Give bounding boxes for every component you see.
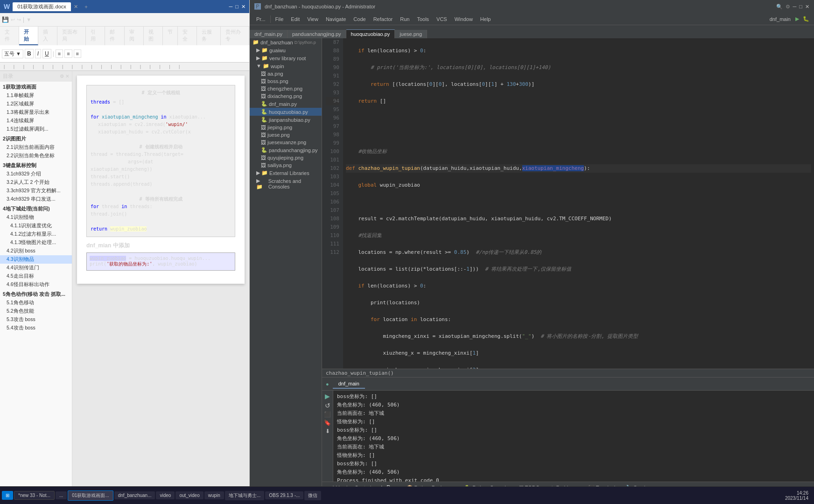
taskbar-item-out-video[interactable]: out_video [175,491,203,499]
menu-file[interactable]: File [272,15,288,23]
toc-item-5-4[interactable]: 5.4攻击 boss [0,324,72,332]
ribbon-tab-file[interactable]: 文件 [0,27,19,45]
pycharm-close-btn[interactable]: ✕ [805,4,809,10]
word-align-right[interactable]: ≡ [74,49,81,58]
ribbon-tab-review[interactable]: 审阅 [125,27,144,45]
tree-item-panduan[interactable]: 🐍 panduanchangjing.py [250,146,322,154]
menu-edit[interactable]: Edit [287,15,303,23]
tree-item-sailiya[interactable]: 🖼 sailiya.png [250,161,322,169]
toc-item-4-4[interactable]: 4.4识别传送门 [0,264,72,272]
run-play-btn[interactable]: ▶ [325,392,330,400]
ribbon-tab-section[interactable]: 节 [163,27,178,45]
tree-item-jianpan[interactable]: 🐍 jianpanshubiao.py [250,116,322,124]
tab-panduanchangjing[interactable]: panduanchangjing.py [288,30,346,38]
toc-item-3-4[interactable]: 3.4ch9329 串口发送... [0,195,72,203]
taskbar-item-video[interactable]: video [156,491,175,499]
menu-view[interactable]: View [303,15,322,23]
toc-item-2[interactable]: 2识图图片 [0,135,72,143]
tree-item-dixiacheng[interactable]: 🖼 dixiacheng.png [250,92,322,100]
word-max-btn[interactable]: □ [235,4,239,10]
toc-item-1-4[interactable]: 1.4连续截屏 [0,117,72,125]
menu-project-icon[interactable]: Pr... [253,15,269,23]
debug-btn[interactable]: 🐛 [801,16,811,22]
toc-item-2-2[interactable]: 2.2识别当前角色坐标 [0,152,72,160]
run-bookmark-btn[interactable]: 🔖 [324,420,331,426]
taskbar-item-pycharm[interactable]: dnf_banzhuan... [114,491,155,499]
menu-refactor[interactable]: Refactor [370,15,397,23]
taskbar-item-2[interactable]: ... [56,491,67,499]
toc-item-5[interactable]: 5角色动作(移动 攻击 抓取... [0,290,72,299]
tree-item-aa[interactable]: 🖼 aa.png [250,70,322,77]
taskbar-item-obs[interactable]: OBS 29.1.3 -... [265,491,303,499]
toc-item-4-1-1[interactable]: 4.1.1识别速度优化 [0,222,72,230]
toc-item-3-2[interactable]: 3.2从人工 2 个开始 [0,178,72,187]
tree-item-juese[interactable]: 🖼 juese.png [250,131,322,139]
start-btn[interactable]: ⊞ [2,491,13,500]
toc-item-4-1-2[interactable]: 4.1.2过滤方框显示... [0,230,72,238]
ribbon-tab-guizhou[interactable]: 贵州办专 [221,27,249,45]
menu-code[interactable]: Code [350,15,369,23]
tree-item-chengzhen[interactable]: 🖼 chengzhen.png [250,85,322,92]
pycharm-max-btn[interactable]: □ [799,4,802,9]
run-tab-main[interactable]: dnf_main [333,379,365,389]
menu-run[interactable]: Run [396,15,413,23]
toc-item-4-1-3[interactable]: 4.1.3怪物图片处理... [0,238,72,247]
toc-item-2-1[interactable]: 2.1识别当前画面内容 [0,143,72,152]
word-align-left[interactable]: ≡ [56,49,63,58]
taskbar-item-wupin[interactable]: wupin [204,491,224,499]
ribbon-tab-home[interactable]: 开始 [19,27,38,45]
taskbar-item-word[interactable]: 01获取游戏画面... [68,490,113,501]
run-stop-btn[interactable]: ⬛ [324,411,331,418]
tree-item-external-libs[interactable]: ▶ 📁 External Libraries [250,169,322,177]
tree-item-huoqu[interactable]: 🐍 huoquzuobiao.py [250,108,322,116]
toc-item-5-3[interactable]: 5.3攻击 boss [0,315,72,324]
word-close-window-btn[interactable]: ✕ [241,4,246,10]
tree-item-juesexuanze[interactable]: 🖼 juesexuanze.png [250,139,322,146]
ribbon-tab-mail[interactable]: 邮件 [105,27,124,45]
toc-item-5-1[interactable]: 5.1角色移动 [0,299,72,307]
pycharm-settings-icon[interactable]: ⚙ [786,4,790,10]
word-close-btn[interactable]: ✕ [74,4,78,10]
toc-item-1-2[interactable]: 1.2区域截屏 [0,100,72,108]
code-content[interactable]: if len(locations) > 0: # print('当前坐标为:',… [343,38,814,369]
toc-item-4-3[interactable]: 4.3识别物品 [0,255,72,264]
word-add-tab-btn[interactable]: ＋ [84,3,89,10]
taskbar-item-dnf[interactable]: 地下城与勇士... [225,491,264,500]
run-rerun-btn[interactable]: ↺ [325,402,330,409]
word-redo-icon[interactable]: ↪ [17,17,21,23]
word-italic-btn[interactable]: I [35,49,41,58]
toc-item-3[interactable]: 3键盘鼠标控制 [0,161,72,170]
pycharm-search-icon[interactable]: 🔍 [776,4,783,10]
pycharm-min-btn[interactable]: ─ [793,4,797,9]
tree-item-wupin[interactable]: ▼ 📁 wupin [250,62,322,70]
toc-settings-icon[interactable]: ⚙ ✕ [60,74,69,79]
menu-navigate[interactable]: Navigate [322,15,350,23]
code-editor[interactable]: 87 88 89 90 91 92 93 94 95 96 97 98 99 1… [322,38,814,369]
ribbon-tab-layout[interactable]: 页面布局 [57,27,86,45]
toc-item-4-1[interactable]: 4.1识别怪物 [0,213,72,222]
ribbon-tab-view[interactable]: 视图 [144,27,163,45]
ribbon-tab-ref[interactable]: 引用 [86,27,105,45]
word-undo-icon[interactable]: ↩ [11,17,15,23]
toc-item-1-3[interactable]: 1.3将截屏显示出来 [0,108,72,117]
toc-item-4-5[interactable]: 4.5走出目标 [0,272,72,280]
toc-item-4[interactable]: 4地下城处理(当前问) [0,205,72,213]
tree-item-scratches[interactable]: ▶ 📁 Scratches and Consoles [250,177,322,191]
word-dropdown-icon[interactable]: ▼ [26,17,31,22]
run-scroll-btn[interactable]: ⬇ [325,428,330,434]
toc-item-1[interactable]: 1获取游戏画面 [0,83,72,91]
tree-item-boss[interactable]: 🖼 boss.png [250,77,322,85]
toc-item-4-6[interactable]: 4.6怪目标标出动作 [0,280,72,289]
toc-item-3-1[interactable]: 3.1ch9329 介绍 [0,170,72,178]
word-min-btn[interactable]: ─ [229,4,233,10]
tree-item-guaiwu[interactable]: ▶ 📁 guaiwu [250,46,322,54]
ribbon-tab-security[interactable]: 安全 [178,27,197,45]
ribbon-tab-cloud[interactable]: 云服务 [197,27,221,45]
word-doc-tab[interactable]: 01获取游戏画面.docx [13,2,71,11]
tree-item-quyu[interactable]: 🖼 quyujieping.png [250,154,322,161]
tab-juese[interactable]: juese.png [395,30,427,38]
toc-item-3-3[interactable]: 3.3ch9329 官方文档解... [0,187,72,195]
tree-item-jieping[interactable]: 🖼 jieping.png [250,124,322,131]
menu-vcs[interactable]: VCS [433,15,451,23]
word-underline-btn[interactable]: U [42,49,51,58]
